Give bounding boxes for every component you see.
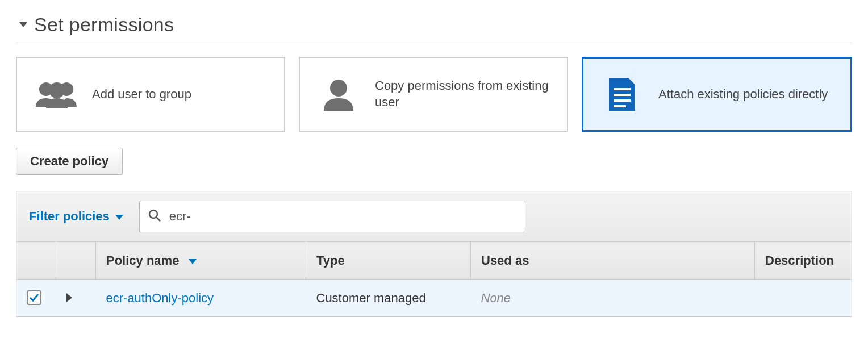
svg-rect-7	[614, 105, 626, 107]
svg-rect-6	[614, 99, 631, 102]
policy-type: Customer managed	[306, 280, 471, 317]
svg-point-3	[330, 80, 347, 97]
col-label: Policy name	[106, 253, 179, 268]
svg-line-9	[156, 218, 160, 222]
section-header[interactable]: Set permissions	[16, 14, 852, 43]
section-title: Set permissions	[34, 14, 174, 36]
col-used-as[interactable]: Used as	[471, 242, 755, 280]
option-copy-permissions[interactable]: Copy permissions from existing user	[299, 57, 568, 132]
policy-toolbar: Filter policies	[16, 191, 852, 241]
document-icon	[599, 77, 645, 112]
policy-link[interactable]: ecr-authOnly-policy	[106, 291, 214, 305]
option-attach-policies[interactable]: Attach existing policies directly	[582, 57, 852, 132]
col-type[interactable]: Type	[306, 242, 471, 280]
search-icon	[148, 209, 161, 224]
chevron-down-icon	[115, 215, 123, 220]
policy-table: Policy name Type Used as Description	[16, 241, 852, 317]
col-expand	[56, 242, 96, 280]
search-wrap	[139, 201, 525, 232]
col-select	[16, 242, 56, 280]
policy-used-as: None	[481, 291, 511, 305]
create-policy-button[interactable]: Create policy	[16, 148, 123, 175]
policy-description	[755, 280, 852, 317]
option-label: Attach existing policies directly	[658, 86, 828, 103]
row-checkbox[interactable]	[27, 290, 41, 305]
filter-label: Filter policies	[29, 209, 110, 224]
option-label: Add user to group	[92, 86, 191, 103]
group-icon	[33, 79, 78, 110]
sort-caret-icon	[189, 259, 197, 264]
search-input[interactable]	[139, 201, 525, 232]
svg-rect-4	[614, 88, 631, 90]
col-description[interactable]: Description	[755, 242, 852, 280]
filter-policies-dropdown[interactable]: Filter policies	[29, 209, 123, 224]
svg-point-2	[60, 82, 73, 96]
table-row: ecr-authOnly-policy Customer managed Non…	[16, 280, 852, 317]
option-label: Copy permissions from existing user	[375, 78, 551, 110]
user-icon	[316, 78, 361, 111]
expand-row-caret-icon[interactable]	[66, 293, 72, 302]
option-add-user-to-group[interactable]: Add user to group	[16, 57, 285, 132]
svg-rect-5	[614, 94, 631, 96]
permission-options: Add user to group Copy permissions from …	[16, 57, 852, 132]
svg-point-8	[149, 210, 157, 218]
collapse-caret-icon	[19, 22, 27, 27]
col-policy-name[interactable]: Policy name	[96, 242, 306, 280]
